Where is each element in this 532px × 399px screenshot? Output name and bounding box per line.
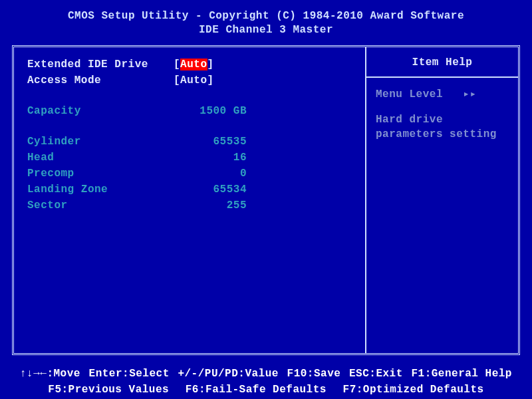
landing-zone-row: Landing Zone 65534 [27,182,352,198]
key-move: ↑↓→←:Move [20,366,80,382]
head-row: Head 16 [27,150,352,166]
access-mode-label: Access Mode [27,72,174,88]
key-prev: F5:Previous Values [48,382,169,398]
menu-level: Menu Level ▸▸ [376,87,509,100]
key-enter: Enter:Select [89,366,170,382]
precomp-value: 0 [174,166,247,182]
bios-title: CMOS Setup Utility - Copyright (C) 1984-… [0,9,532,23]
landing-zone-label: Landing Zone [27,182,174,198]
help-panel: Item Help Menu Level ▸▸ Hard drive param… [366,47,518,353]
landing-zone-value: 65534 [174,182,247,198]
head-label: Head [27,150,174,166]
cylinder-row: Cylinder 65535 [27,134,352,150]
precomp-label: Precomp [27,166,174,182]
help-body: Menu Level ▸▸ Hard drive parameters sett… [366,78,518,152]
sector-row: Sector 255 [27,198,352,213]
cylinder-value: 65535 [174,134,247,150]
key-help: F1:General Help [411,366,512,382]
capacity-row: Capacity 1500 GB [27,103,352,119]
access-mode-row[interactable]: Access Mode [Auto] [27,72,352,88]
extended-ide-row[interactable]: Extended IDE Drive [Auto] [27,57,352,72]
key-save: F10:Save [287,366,341,382]
sector-value: 255 [174,198,247,213]
extended-ide-label: Extended IDE Drive [27,57,174,72]
key-failsafe: F6:Fail-Safe Defaults [186,382,327,398]
main-container: Extended IDE Drive [Auto] Access Mode [A… [12,45,520,355]
cylinder-label: Cylinder [27,134,174,150]
bios-subtitle: IDE Channel 3 Master [0,23,532,37]
bios-header: CMOS Setup Utility - Copyright (C) 1984-… [0,0,532,41]
footer-keys: ↑↓→←:Move Enter:Select +/-/PU/PD:Value F… [0,359,532,398]
capacity-value: 1500 GB [174,103,247,119]
sector-label: Sector [27,198,174,213]
menu-level-indicator-icon: ▸▸ [463,88,476,100]
key-optimized: F7:Optimized Defaults [343,382,484,398]
head-value: 16 [174,150,247,166]
settings-panel: Extended IDE Drive [Auto] Access Mode [A… [14,47,366,353]
capacity-label: Capacity [27,103,174,119]
menu-level-label: Menu Level [376,88,443,100]
key-exit: ESC:Exit [349,366,403,382]
precomp-row: Precomp 0 [27,166,352,182]
help-title: Item Help [366,47,518,78]
help-description: Hard drive parameters setting [376,112,509,142]
key-value: +/-/PU/PD:Value [178,366,279,382]
extended-ide-value: [Auto] [174,57,214,72]
access-mode-value: [Auto] [174,72,214,88]
